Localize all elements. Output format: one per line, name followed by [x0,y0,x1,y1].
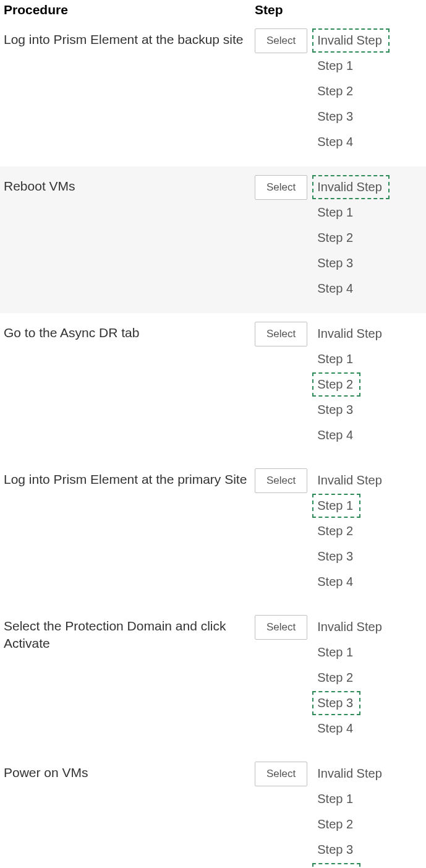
procedure-text: Power on VMs [2,759,255,781]
procedure-text: Log into Prism Element at the primary Si… [2,466,255,488]
step-option[interactable]: Invalid Step [312,468,390,492]
header-row: Procedure Step [0,0,426,20]
table-row: Go to the Async DR tabSelectInvalid Step… [0,313,426,460]
step-option[interactable]: Step 3 [312,251,360,275]
step-option[interactable]: Step 4 [312,570,360,594]
step-column: SelectInvalid StepStep 1Step 2Step 3Step… [255,759,426,868]
step-option[interactable]: Step 4 [312,277,360,301]
procedure-text: Log into Prism Element at the backup sit… [2,26,255,48]
step-option[interactable]: Step 3 [312,691,360,715]
options-list: Invalid StepStep 1Step 2Step 3Step 4 [312,615,390,741]
step-option[interactable]: Step 1 [312,494,360,518]
table-row: Power on VMsSelectInvalid StepStep 1Step… [0,753,426,868]
step-column: SelectInvalid StepStep 1Step 2Step 3Step… [255,173,426,301]
step-option[interactable]: Step 2 [312,666,360,690]
step-option[interactable]: Step 2 [312,812,360,836]
header-procedure: Procedure [2,2,255,17]
options-list: Invalid StepStep 1Step 2Step 3Step 4 [312,175,390,301]
step-option[interactable]: Step 1 [312,787,360,811]
step-option[interactable]: Step 4 [312,423,360,447]
table-row: Reboot VMsSelectInvalid StepStep 1Step 2… [0,166,426,313]
options-list: Invalid StepStep 1Step 2Step 3Step 4 [312,762,390,868]
select-button[interactable]: Select [255,175,307,200]
step-option[interactable]: Step 2 [312,226,360,250]
step-column: SelectInvalid StepStep 1Step 2Step 3Step… [255,612,426,741]
header-step: Step [255,2,426,17]
step-option[interactable]: Step 1 [312,54,360,78]
select-button[interactable]: Select [255,762,307,786]
select-button[interactable]: Select [255,28,307,53]
step-option[interactable]: Invalid Step [312,322,390,346]
step-option[interactable]: Invalid Step [312,762,390,786]
step-column: SelectInvalid StepStep 1Step 2Step 3Step… [255,26,426,154]
step-option[interactable]: Step 1 [312,200,360,225]
step-option[interactable]: Step 3 [312,544,360,569]
step-column: SelectInvalid StepStep 1Step 2Step 3Step… [255,319,426,447]
step-option[interactable]: Step 1 [312,347,360,371]
table-row: Log into Prism Element at the backup sit… [0,20,426,166]
step-option[interactable]: Step 2 [312,79,360,103]
step-column: SelectInvalid StepStep 1Step 2Step 3Step… [255,466,426,594]
table-row: Log into Prism Element at the primary Si… [0,460,426,606]
step-option[interactable]: Step 1 [312,640,360,664]
matching-table: Procedure Step Log into Prism Element at… [0,0,426,868]
step-option[interactable]: Step 3 [312,838,360,862]
options-list: Invalid StepStep 1Step 2Step 3Step 4 [312,28,390,154]
step-option[interactable]: Step 3 [312,105,360,129]
step-option[interactable]: Step 4 [312,716,360,741]
step-option[interactable]: Step 4 [312,863,360,868]
options-list: Invalid StepStep 1Step 2Step 3Step 4 [312,322,390,447]
procedure-text: Go to the Async DR tab [2,319,255,342]
step-option[interactable]: Invalid Step [312,615,390,639]
step-option[interactable]: Invalid Step [312,175,390,199]
step-option[interactable]: Step 3 [312,398,360,422]
procedure-text: Reboot VMs [2,173,255,195]
step-option[interactable]: Step 2 [312,372,360,397]
step-option[interactable]: Step 2 [312,519,360,543]
select-button[interactable]: Select [255,322,307,346]
options-list: Invalid StepStep 1Step 2Step 3Step 4 [312,468,390,594]
table-row: Select the Protection Domain and click A… [0,606,426,753]
select-button[interactable]: Select [255,468,307,493]
procedure-text: Select the Protection Domain and click A… [2,612,255,653]
select-button[interactable]: Select [255,615,307,640]
step-option[interactable]: Step 4 [312,130,360,154]
step-option[interactable]: Invalid Step [312,28,390,53]
